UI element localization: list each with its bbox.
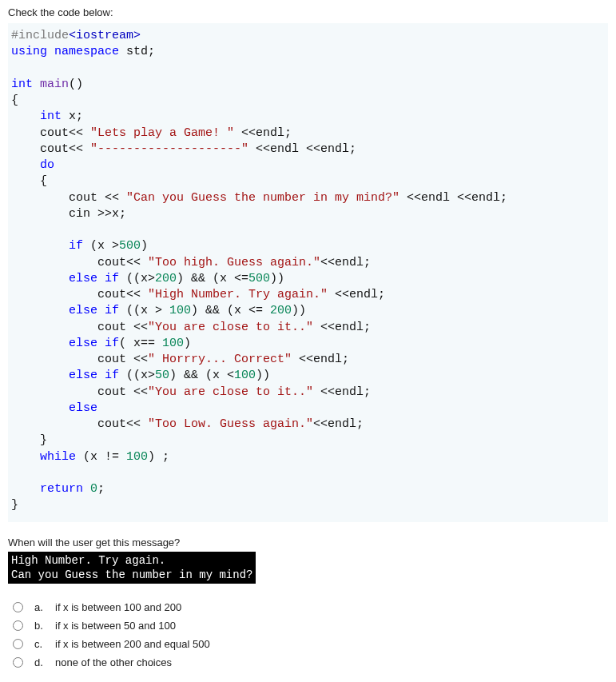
code-token: " Horrry... Correct" [148,353,292,366]
code-token: ) && (x < [169,369,234,382]
code-token: "Too Low. Guess again." [148,417,313,431]
code-token: ) [141,239,148,253]
code-token: "--------------------" [90,142,248,156]
question-container: Check the code below: #include<iostream>… [0,0,616,682]
code-token: <<endl <<endl; [399,191,507,205]
code-token: ) && (x <= [177,272,248,285]
option-text: if x is between 200 and equal 500 [55,638,210,650]
code-token: 50 [155,369,169,382]
code-token: )) [270,272,284,285]
code-token: using [11,45,47,58]
code-token: main [40,78,69,91]
question-text: When will the user get this message? [8,536,608,548]
code-token: cout << [11,385,148,399]
code-token: #include [11,29,69,42]
code-token: 100 [162,337,184,350]
code-token: )) [292,304,306,317]
code-token: ( x== [119,337,162,350]
option-letter: d. [34,656,47,668]
code-token: cout<< [11,126,90,140]
code-token: () [69,78,83,91]
code-token: 200 [155,272,177,285]
code-token: "Can you Guess the number in my mind?" [126,191,399,205]
code-token: else if [11,304,119,317]
option-letter: b. [34,620,47,632]
code-token: ; [97,482,105,496]
code-token: int [11,110,62,123]
code-token: else [11,401,97,415]
option-a-radio[interactable] [13,602,23,612]
console-output: High Number. Try again. Can you Guess th… [8,552,256,584]
code-token: "Lets play a Game! " [90,126,234,140]
code-token [83,482,90,496]
code-token: <<endl; [328,288,385,301]
code-token: <<endl; [313,385,371,399]
code-token: cout<< [11,256,148,269]
code-block: #include<iostream> using namespace std; … [8,23,608,522]
answer-options: a. if x is between 100 and 200 b. if x i… [8,598,608,672]
code-token: { [11,94,18,107]
code-token: cout<< [11,288,148,301]
instruction-text: Check the code below: [8,6,608,18]
code-token: cin >>x; [11,207,126,221]
code-token: if [11,239,83,253]
code-token: <<endl; [313,417,364,431]
code-token: return [11,482,83,496]
code-token: } [11,433,47,447]
code-token: 500 [119,239,141,253]
code-token: <<endl; [320,256,371,269]
option-text: if x is between 100 and 200 [55,601,181,613]
option-b-radio[interactable] [13,620,23,631]
code-token: ((x> [119,272,155,285]
option-b[interactable]: b. if x is between 50 and 100 [8,616,608,635]
code-token: int [11,78,33,91]
code-token: ((x> [119,369,155,382]
code-token: 0 [90,482,97,496]
code-token: 100 [126,450,148,464]
code-token: ) && (x <= [191,304,270,317]
console-line: High Number. Try again. [11,554,165,567]
code-token: "Too high. Guess again." [148,256,320,269]
code-token: 100 [169,304,191,317]
code-token: ; [148,45,155,58]
option-d-radio[interactable] [13,657,23,668]
option-letter: a. [34,601,47,613]
code-token: <<endl <<endl; [248,142,356,156]
code-token: ((x > [119,304,169,317]
code-token: x; [62,110,83,123]
code-token: do [11,158,54,172]
option-text: if x is between 50 and 100 [55,620,176,632]
option-c[interactable]: c. if x is between 200 and equal 500 [8,635,608,653]
code-token: 100 [234,369,256,382]
code-token: else if [11,272,119,285]
code-token: std [126,45,148,58]
console-line: Can you Guess the number in my mind? [11,568,252,581]
code-token: cout << [11,321,148,334]
code-token: )) [256,369,270,382]
code-token: while [11,450,76,464]
code-token: cout<< [11,417,148,431]
code-token: } [11,498,18,512]
code-token: 200 [270,304,292,317]
code-token: (x != [76,450,126,464]
option-text: none of the other choices [55,656,172,668]
code-token: { [11,174,47,188]
code-token: cout<< [11,142,90,156]
code-token: "You are close to it.." [148,385,313,399]
code-token: (x > [83,239,119,253]
code-token: "You are close to it.." [148,321,313,334]
option-d[interactable]: d. none of the other choices [8,653,608,672]
code-token: "High Number. Try again." [148,288,328,301]
code-token: <iostream> [69,29,141,42]
code-token: else if [11,369,119,382]
code-token: ) ; [148,450,169,464]
option-c-radio[interactable] [13,639,23,649]
code-token: 500 [248,272,270,285]
code-token: cout << [11,191,126,205]
option-a[interactable]: a. if x is between 100 and 200 [8,598,608,616]
code-token: <<endl; [234,126,292,140]
option-letter: c. [34,638,47,650]
code-token: <<endl; [292,353,349,366]
code-token: <<endl; [313,321,371,334]
code-token: ) [184,337,191,350]
